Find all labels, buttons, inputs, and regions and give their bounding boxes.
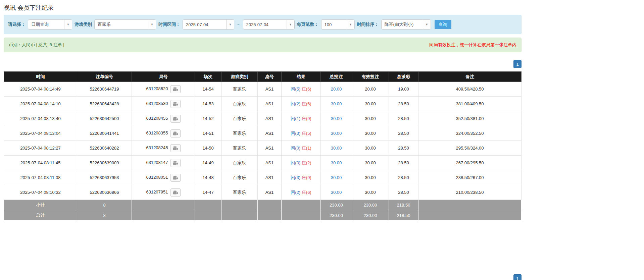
query-type-select[interactable]: 日期查询 ▼ <box>28 19 72 30</box>
cell-remark: 409.50/428.50 <box>418 82 522 97</box>
cell-table-no: AS1 <box>258 82 282 97</box>
cell-payout: 28.50 <box>389 185 418 200</box>
result-banker: 庄(6) <box>302 87 311 92</box>
chevron-down-icon[interactable]: ▼ <box>423 20 431 29</box>
subtotal-valid-bet: 230.00 <box>352 200 389 210</box>
video-replay-button[interactable] <box>170 188 181 197</box>
total-bet-link[interactable]: 30.00 <box>331 116 342 121</box>
subtotal-payout: 218.50 <box>389 200 418 210</box>
search-button[interactable]: 查询 <box>435 20 451 29</box>
date-from-value: 2025-07-04 <box>183 20 226 29</box>
page-size-select[interactable]: 100 ▼ <box>321 19 355 30</box>
result-player: 闲(2) <box>291 190 300 195</box>
sort-order-select[interactable]: 降幂(由大到小) ▼ <box>381 19 431 30</box>
total-total-bet: 230.00 <box>321 210 352 221</box>
video-camera-icon <box>173 87 178 91</box>
chevron-down-icon[interactable]: ▼ <box>226 20 234 29</box>
total-bet-link[interactable]: 30.00 <box>331 146 342 151</box>
round-id-text: 631208355 <box>146 130 168 135</box>
result-banker: 庄(2) <box>302 160 311 165</box>
col-time: 时间 <box>4 72 77 82</box>
total-bet-link[interactable]: 30.00 <box>331 101 342 106</box>
cell-time: 2025-07-04 08:11:08 <box>4 170 77 185</box>
cell-time: 2025-07-04 08:14:49 <box>4 82 77 97</box>
table-row: 2025-07-04 08:10:32 522630636866 6312079… <box>4 185 522 200</box>
video-replay-button[interactable] <box>170 115 181 123</box>
col-bet-id: 注单编号 <box>77 72 132 82</box>
total-bet-link[interactable]: 30.00 <box>331 175 342 180</box>
chevron-down-icon[interactable]: ▼ <box>347 20 354 29</box>
result-player: 闲(3) <box>291 131 300 136</box>
bet-records-table: 时间 注单编号 局号 场次 游戏类别 桌号 结果 总投注 有效投注 总派彩 备注… <box>4 71 522 221</box>
total-valid-bet: 230.00 <box>352 210 389 221</box>
round-id-text: 631208245 <box>146 145 168 150</box>
total-bet-link[interactable]: 30.00 <box>331 190 342 195</box>
cell-bet-id: 522630643428 <box>77 97 132 111</box>
pagination-bottom: 1 <box>4 274 522 280</box>
cell-session: 14-54 <box>195 82 221 97</box>
cell-valid-bet: 30.00 <box>352 170 389 185</box>
cell-table-no: AS1 <box>258 156 282 170</box>
result-player: 闲(0) <box>291 160 300 165</box>
sort-order-value: 降幂(由大到小) <box>382 20 423 29</box>
video-camera-icon <box>173 117 178 121</box>
table-row: 2025-07-04 08:12:27 522630640282 6312082… <box>4 141 522 156</box>
cell-payout: 28.50 <box>389 97 418 111</box>
game-type-value: 百家乐 <box>95 20 148 29</box>
col-remark: 备注 <box>418 72 522 82</box>
page-size-label: 每页笔数： <box>297 21 319 27</box>
cell-remark: 352.50/381.00 <box>418 111 522 126</box>
cell-total-bet: 30.00 <box>321 156 352 170</box>
cell-time: 2025-07-04 08:14:10 <box>4 97 77 111</box>
filter-bar: 请选择： 日期查询 ▼ 游戏类别 百家乐 ▼ 时间区间： 2025-07-04 … <box>4 15 522 34</box>
total-count: 8 <box>77 210 132 221</box>
video-camera-icon <box>173 190 178 194</box>
cell-payout: 28.50 <box>389 126 418 141</box>
total-bet-link[interactable]: 30.00 <box>331 131 342 136</box>
cell-round-id: 631208147 <box>132 156 195 170</box>
cell-remark: 381.00/409.50 <box>418 97 522 111</box>
cell-valid-bet: 30.00 <box>352 141 389 156</box>
video-replay-button[interactable] <box>170 159 181 167</box>
round-id-text: 631208620 <box>146 86 168 91</box>
cell-valid-bet: 20.00 <box>352 82 389 97</box>
result-banker: 庄(1) <box>302 146 311 151</box>
chevron-down-icon[interactable]: ▼ <box>148 20 156 29</box>
date-from-select[interactable]: 2025-07-04 ▼ <box>183 19 234 30</box>
total-bet-link[interactable]: 20.00 <box>331 87 342 92</box>
video-camera-icon <box>173 131 178 135</box>
cell-game: 百家乐 <box>221 156 258 170</box>
cell-time: 2025-07-04 08:11:45 <box>4 156 77 170</box>
cell-valid-bet: 30.00 <box>352 156 389 170</box>
col-payout: 总派彩 <box>389 72 418 82</box>
cell-time: 2025-07-04 08:10:32 <box>4 185 77 200</box>
total-bet-link[interactable]: 30.00 <box>331 160 342 165</box>
cell-total-bet: 30.00 <box>321 126 352 141</box>
cell-remark: 324.00/352.50 <box>418 126 522 141</box>
video-replay-button[interactable] <box>170 144 181 152</box>
video-replay-button[interactable] <box>170 174 181 182</box>
video-replay-button[interactable] <box>170 129 181 137</box>
game-type-select[interactable]: 百家乐 ▼ <box>94 19 156 30</box>
cell-bet-id: 522630642500 <box>77 111 132 126</box>
cell-payout: 19.00 <box>389 82 418 97</box>
date-to-select[interactable]: 2025-07-04 ▼ <box>243 19 295 30</box>
cell-game: 百家乐 <box>221 82 258 97</box>
date-to-value: 2025-07-04 <box>243 20 287 29</box>
col-table-no: 桌号 <box>258 72 282 82</box>
page-1-button[interactable]: 1 <box>513 274 522 280</box>
chevron-down-icon[interactable]: ▼ <box>64 20 72 29</box>
cell-table-no: AS1 <box>258 126 282 141</box>
cell-time: 2025-07-04 08:13:04 <box>4 126 77 141</box>
table-row: 2025-07-04 08:13:40 522630642500 6312084… <box>4 111 522 126</box>
cell-session: 14-48 <box>195 170 221 185</box>
video-replay-button[interactable] <box>170 100 181 108</box>
video-replay-button[interactable] <box>170 85 181 93</box>
cell-result: 闲(2) 庄(6) <box>282 185 321 200</box>
page-1-button[interactable]: 1 <box>513 60 522 68</box>
table-row: 2025-07-04 08:11:45 522630639009 6312081… <box>4 156 522 170</box>
subtotal-row: 小计 8 230.00 230.00 218.50 <box>4 200 522 210</box>
chevron-down-icon[interactable]: ▼ <box>287 20 294 29</box>
total-payout: 218.50 <box>389 210 418 221</box>
table-row: 2025-07-04 08:14:49 522630644719 6312086… <box>4 82 522 97</box>
